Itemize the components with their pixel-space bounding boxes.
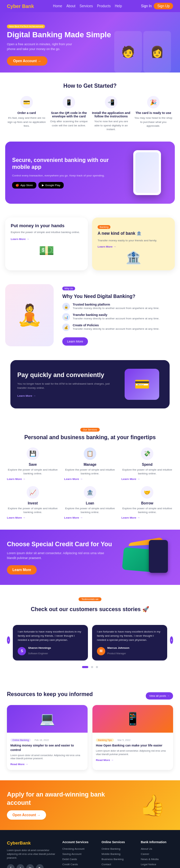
step-4-title: The card is ready to use [134, 111, 173, 115]
store-buttons: 🍎 App Store ▶ Google Play [12, 182, 121, 189]
new-bank-visual: 🏦 [98, 250, 169, 265]
resources-grid: 💻 Online Banking Feb 18, 2022 Making mon… [7, 705, 173, 770]
footer-link-about[interactable]: About Us [141, 847, 173, 850]
testimonials-grid: I am fortunate to have many excellent do… [13, 625, 167, 660]
why-section: 🧘 Why Us Why You Need Digital Banking? 🔒… [0, 277, 180, 353]
manage-learn-more[interactable]: Learn More → [64, 478, 82, 481]
footer-link-business-banking[interactable]: Business Banking [101, 858, 134, 861]
resource-1-read-more[interactable]: Read More → [10, 763, 28, 766]
hero-section: New Best FinTech Achievement Digital Ban… [0, 12, 180, 73]
step-1-icon: 💳 [20, 96, 33, 108]
personal-title: Personal and business banking, at your f… [7, 434, 173, 441]
credit-desc: Lorem ipsum dolor sit amet consectetur. … [7, 551, 112, 560]
resource-1-body: Online Banking Feb 18, 2022 Making money… [7, 733, 88, 770]
footer-link-saving[interactable]: Saving Account [62, 852, 94, 856]
why-feature-1: 🔒 Trusted banking platform Transfer mone… [62, 303, 175, 310]
step-3-title: Install the application and follow the i… [91, 111, 131, 118]
borrow-title: Borrow [122, 501, 173, 505]
app-store-button[interactable]: 🍎 App Store [12, 182, 36, 189]
footer: CyberBank Lorem ipsum dolor sit amet con… [0, 830, 180, 868]
save-learn-more[interactable]: Learn More → [7, 478, 25, 481]
footer-link-legal[interactable]: Legal Notice [141, 863, 173, 866]
step-1-title: Order a card [7, 111, 46, 115]
nav-services[interactable]: Services [80, 4, 93, 8]
resource-2-date: Mar 5, 2022 [118, 739, 130, 741]
invest-learn-more[interactable]: Learn More → [7, 516, 25, 519]
twitter-icon[interactable]: t [17, 864, 24, 868]
testimonial-1-info: Sharon Hennings Software Engineer [28, 646, 51, 656]
nav-dot-1[interactable] [82, 666, 88, 668]
nav-dot-3[interactable] [96, 666, 98, 668]
hero-content: New Best FinTech Achievement Digital Ban… [7, 22, 173, 66]
loan-learn-more[interactable]: Learn More → [64, 516, 82, 519]
credit-cta-button[interactable]: Learn More [7, 565, 37, 575]
footer-link-debit[interactable]: Debit Cards [62, 858, 94, 861]
footer-link-news[interactable]: News & Media [141, 858, 173, 861]
footer-logo: CyberBank [7, 840, 55, 846]
why-feature-3-title: Create of Policies [73, 324, 159, 327]
how-to-section: How to Get Started? 💳 Order a card It's … [0, 73, 180, 142]
new-bank-learn-more[interactable]: Learn More → [98, 245, 116, 248]
nav-products[interactable]: Products [97, 4, 110, 8]
mobile-app-title: Secure, convenient banking with our mobi… [12, 157, 121, 171]
social-icons: f t in ▶ [7, 864, 55, 868]
new-bank-desc: Transfer money easily to your friends an… [98, 239, 169, 242]
pay-section: Pay quickly and conveniently You no long… [10, 360, 170, 408]
testimonials-prev-button[interactable]: ‹ [7, 636, 10, 644]
cta-content: Apply for an award-winning bank account … [7, 791, 126, 820]
step-3-icon: 📲 [105, 96, 117, 108]
testimonials-next-button[interactable]: › [170, 636, 173, 644]
navbar-buttons: Sign In Sign Up [141, 3, 173, 9]
footer-link-contact[interactable]: Contact [101, 863, 134, 866]
save-icon: 💾 [27, 447, 39, 460]
put-money-visual: 💵 [11, 243, 82, 258]
step-2-title: Scan the QR code in the envelope with th… [49, 111, 89, 118]
facebook-icon[interactable]: f [7, 864, 15, 868]
linkedin-icon[interactable]: in [26, 864, 34, 868]
cta-button[interactable]: Open Account → [7, 810, 46, 820]
nav-about[interactable]: About [66, 4, 75, 8]
youtube-icon[interactable]: ▶ [36, 864, 44, 868]
hero-cta-button[interactable]: Open Account → [7, 56, 47, 66]
view-all-posts-button[interactable]: View all posts → [146, 692, 173, 700]
loan-title: Loan [64, 501, 116, 505]
testimonials-title: Check out our customers success stories … [7, 606, 173, 613]
footer-brand: CyberBank Lorem ipsum dolor sit amet con… [7, 840, 55, 868]
mobile-app-image [126, 150, 168, 195]
why-tag: Why Us [62, 287, 75, 290]
testimonials-tag: Testimonials we [79, 597, 101, 601]
why-cta-button[interactable]: Learn More [62, 337, 88, 346]
pay-content: Pay quickly and conveniently You no long… [17, 371, 116, 397]
footer-col-online: Online Services Online Banking Mobile Ba… [101, 840, 134, 868]
borrow-learn-more[interactable]: Learn More → [122, 516, 140, 519]
footer-link-career[interactable]: Career [141, 852, 173, 856]
google-play-button[interactable]: ▶ Google Play [38, 182, 64, 189]
personal-tag-wrap: Our Services [7, 426, 173, 434]
resource-2-read-more[interactable]: Read More → [96, 759, 114, 762]
footer-link-checking[interactable]: Checking Account [62, 847, 94, 850]
step-4: 🎉 The card is ready to use You may now h… [134, 96, 173, 131]
pay-visual: 💳 [125, 369, 159, 400]
spend-learn-more[interactable]: Learn More → [122, 478, 140, 481]
resource-2-desc: Lorem ipsum dolor sit amet consectetur. … [96, 749, 170, 756]
hero-title: Digital Banking Made Simple [7, 30, 173, 39]
nav-help[interactable]: Help [115, 4, 122, 8]
cta-title: Apply for an award-winning bank account [7, 791, 126, 807]
signup-button[interactable]: Sign Up [154, 3, 173, 9]
step-1: 💳 Order a card It's fast, easy and there… [7, 96, 46, 131]
footer-link-mobile-banking[interactable]: Mobile Banking [101, 852, 134, 856]
pay-learn-more[interactable]: Learn More → [17, 394, 36, 397]
footer-desc: Lorem ipsum dolor sit amet consectetur a… [7, 848, 55, 860]
nav-dot-2[interactable] [91, 666, 93, 668]
pay-title: Pay quickly and conveniently [17, 371, 116, 379]
footer-link-credit[interactable]: Credit Cards [62, 863, 94, 866]
nav-home[interactable]: Home [53, 4, 62, 8]
mobile-app-content: Secure, convenient banking with our mobi… [12, 157, 121, 189]
navbar-logo: CyberBank [7, 3, 34, 9]
signin-button[interactable]: Sign In [141, 4, 152, 8]
footer-link-online-banking[interactable]: Online Banking [101, 847, 134, 850]
footer-col-online-title: Online Services [101, 840, 134, 844]
put-money-learn-more[interactable]: Learn More → [11, 238, 29, 241]
resource-2-title: How Open Banking can make your life easi… [96, 743, 170, 748]
resources-header: Resources to keep you informed View all … [7, 689, 173, 700]
